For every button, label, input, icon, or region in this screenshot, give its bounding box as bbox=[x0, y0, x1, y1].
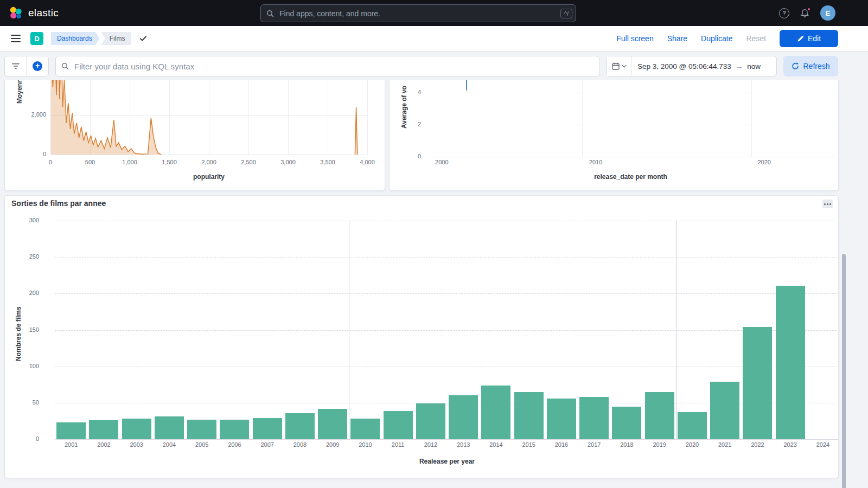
x-tick-label: 2022 bbox=[741, 441, 774, 448]
y-tick-label: 250 bbox=[20, 253, 39, 260]
y-tick-label: 4 bbox=[401, 89, 421, 95]
y-gridline bbox=[425, 93, 836, 93]
x-tick-label: 2012 bbox=[414, 441, 447, 448]
breadcrumb: Dashboards Films bbox=[51, 32, 131, 45]
kql-search-icon bbox=[61, 62, 69, 70]
duplicate-button[interactable]: Duplicate bbox=[701, 34, 732, 43]
panel-options-button[interactable] bbox=[822, 200, 833, 208]
bar-2011[interactable] bbox=[384, 411, 413, 439]
breadcrumb-films: Films bbox=[101, 32, 132, 45]
edit-label: Edit bbox=[808, 34, 821, 43]
filter-funnel-icon bbox=[12, 63, 20, 69]
x-tick-label: 0 bbox=[34, 159, 67, 165]
filter-menu-button[interactable] bbox=[5, 56, 27, 76]
bar-2007[interactable] bbox=[253, 418, 282, 439]
bar-2017[interactable] bbox=[579, 397, 609, 439]
x-tick-label: 2023 bbox=[774, 441, 807, 448]
x-tick-label: 2020 bbox=[757, 159, 781, 165]
x-tick-label: 2015 bbox=[513, 441, 545, 448]
bar-2019[interactable] bbox=[645, 392, 674, 439]
panel-votes: Average of vo release_date per month 024… bbox=[389, 80, 839, 191]
menu-lines-icon bbox=[11, 35, 21, 42]
x-tick-label: 2003 bbox=[120, 441, 153, 448]
y-gridline bbox=[425, 157, 836, 157]
global-search-input[interactable] bbox=[278, 9, 556, 18]
popularity-y-axis-label: Moyenn bbox=[16, 80, 23, 104]
dashboard-viewport: Moyenn popularity 05001,0001,5002,0002,5… bbox=[0, 80, 868, 488]
y-gridline bbox=[425, 125, 836, 125]
bar-2008[interactable] bbox=[285, 413, 315, 439]
decade-gridline bbox=[676, 221, 676, 439]
y-gridline bbox=[55, 367, 839, 367]
date-range-start[interactable]: Sep 3, 2000 @ 05:06:44.733 bbox=[637, 62, 731, 70]
toolbar-actions: Full screen Share Duplicate Reset Edit bbox=[616, 30, 838, 47]
edit-button[interactable]: Edit bbox=[780, 30, 838, 47]
bar-2020[interactable] bbox=[678, 412, 707, 439]
help-icon[interactable]: ? bbox=[779, 8, 789, 18]
y-gridline bbox=[55, 330, 839, 331]
filter-bar: + Sep 3, 2000 @ 05:06:44.733 → now bbox=[0, 52, 868, 80]
votes-x-axis-title: release_date per month bbox=[425, 173, 836, 181]
user-avatar[interactable]: E bbox=[820, 5, 835, 21]
kql-filter-input[interactable] bbox=[73, 61, 594, 72]
panel-popularity: Moyenn popularity 05001,0001,5002,0002,5… bbox=[4, 80, 385, 191]
bar-2005[interactable] bbox=[187, 420, 216, 439]
notifications-icon[interactable] bbox=[800, 9, 809, 18]
pencil-icon bbox=[797, 35, 804, 42]
x-tick-label: 2,500 bbox=[232, 159, 265, 165]
x-tick-label: 2004 bbox=[153, 441, 186, 448]
bar-2006[interactable] bbox=[220, 420, 249, 439]
bar-2009[interactable] bbox=[318, 409, 347, 439]
chevron-down-icon bbox=[622, 65, 627, 68]
y-gridline bbox=[55, 257, 839, 258]
filter-controls-group: + bbox=[4, 56, 49, 76]
global-search-box[interactable]: ^/ bbox=[260, 4, 576, 22]
bar-2012[interactable] bbox=[416, 403, 445, 439]
date-range-end[interactable]: now bbox=[747, 62, 761, 70]
bar-2010[interactable] bbox=[350, 419, 380, 439]
notification-badge bbox=[807, 7, 811, 11]
bar-2022[interactable] bbox=[743, 327, 772, 439]
bar-2023[interactable] bbox=[776, 286, 805, 439]
bar-2021[interactable] bbox=[710, 382, 739, 439]
y-gridline bbox=[55, 439, 839, 440]
panel-releases: Sorties de films par annee Nombres de fi… bbox=[4, 195, 839, 478]
elastic-home-link[interactable]: elastic bbox=[9, 6, 59, 20]
bar-2004[interactable] bbox=[155, 416, 184, 439]
refresh-icon bbox=[792, 62, 799, 70]
bar-2013[interactable] bbox=[449, 395, 478, 439]
y-tick-label: 50 bbox=[20, 399, 39, 406]
refresh-button[interactable]: Refresh bbox=[783, 56, 838, 76]
bar-2018[interactable] bbox=[612, 407, 641, 439]
x-tick-label: 2014 bbox=[480, 441, 512, 448]
search-icon bbox=[266, 10, 274, 17]
ellipsis-icon bbox=[827, 203, 828, 205]
global-header: elastic ^/ ? E bbox=[0, 0, 868, 26]
x-tick-label: 2013 bbox=[447, 441, 480, 448]
x-tick-label: 500 bbox=[74, 159, 106, 165]
full-screen-button[interactable]: Full screen bbox=[616, 34, 653, 43]
bar-2016[interactable] bbox=[547, 399, 576, 439]
calendar-button[interactable] bbox=[607, 56, 632, 76]
bar-2002[interactable] bbox=[89, 420, 118, 439]
space-avatar-badge[interactable]: D bbox=[30, 32, 43, 45]
bar-2001[interactable] bbox=[56, 422, 86, 439]
bar-2015[interactable] bbox=[514, 392, 544, 439]
y-tick-label: 0 bbox=[20, 435, 39, 442]
date-range: Sep 3, 2000 @ 05:06:44.733 → now bbox=[632, 62, 776, 70]
y-gridline bbox=[55, 293, 839, 294]
header-actions: ? E bbox=[779, 5, 835, 21]
vote-average-mark[interactable] bbox=[466, 80, 467, 91]
breadcrumb-dashboards[interactable]: Dashboards bbox=[51, 32, 100, 45]
share-button[interactable]: Share bbox=[667, 34, 687, 43]
hamburger-menu-icon[interactable] bbox=[9, 33, 23, 44]
bar-2003[interactable] bbox=[122, 419, 151, 439]
add-filter-button[interactable]: + bbox=[27, 56, 48, 76]
x-tick-label: 2002 bbox=[87, 441, 120, 448]
bar-2014[interactable] bbox=[481, 386, 510, 439]
y-tick-label: 300 bbox=[20, 217, 39, 223]
reset-button[interactable]: Reset bbox=[746, 34, 766, 43]
vertical-scrollbar[interactable] bbox=[842, 254, 846, 488]
check-icon[interactable] bbox=[139, 34, 148, 43]
kql-query-box[interactable] bbox=[55, 56, 600, 76]
